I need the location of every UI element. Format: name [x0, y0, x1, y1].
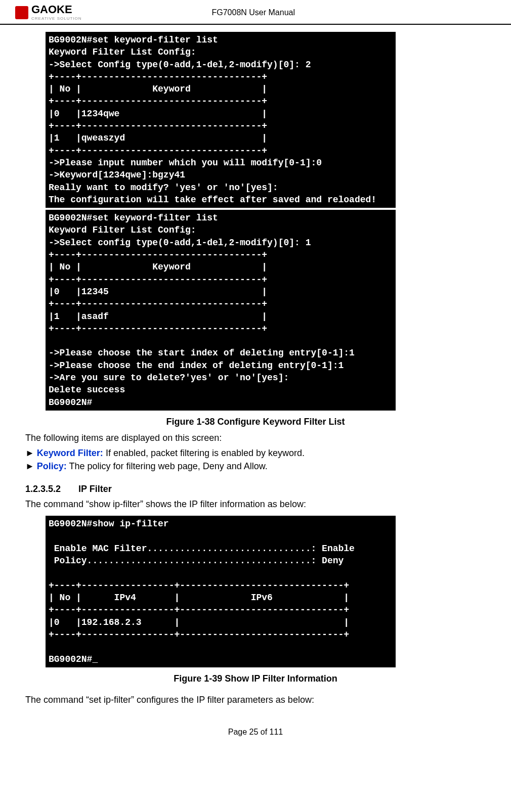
terminal-output-3: BG9002N#show ip-filter Enable MAC Filter…	[46, 516, 396, 667]
arrow-icon: ►	[25, 461, 34, 471]
page-content: BG9002N#set keyword-filter list Keyword …	[0, 25, 511, 718]
page-footer: Page 25 of 111	[0, 718, 511, 744]
arrow-icon: ►	[25, 448, 34, 458]
terminal-screenshot-2: BG9002N#set keyword-filter list Keyword …	[46, 210, 396, 411]
section-number: 1.2.3.5.2	[25, 484, 76, 494]
terminal-screenshot-3: BG9002N#show ip-filter Enable MAC Filter…	[46, 516, 396, 667]
body-text-2: The command “show ip-filter” shows the I…	[25, 498, 486, 511]
doc-title: FG7008N User Manual	[82, 8, 425, 17]
bullet-keyword-filter: ► Keyword Filter: If enabled, packet fil…	[25, 446, 486, 460]
bullet-desc: The policy for filtering web page, Deny …	[67, 461, 268, 471]
body-text-3: The command “set ip-filter” configures t…	[25, 693, 486, 706]
terminal-screenshot-1: BG9002N#set keyword-filter list Keyword …	[46, 32, 396, 208]
logo-mark-icon	[15, 6, 28, 19]
bullet-desc: If enabled, packet filtering is enabled …	[103, 448, 305, 458]
logo-text-wrap: GAOKE CREATIVE SOLUTION	[31, 4, 82, 21]
bullet-policy: ► Policy: The policy for filtering web p…	[25, 460, 486, 473]
bullet-label: Keyword Filter:	[37, 448, 103, 458]
figure-caption-2: Figure 1-39 Show IP Filter Information	[25, 673, 486, 684]
section-heading-ip-filter: 1.2.3.5.2 IP Filter	[25, 484, 486, 494]
figure-caption-1: Figure 1-38 Configure Keyword Filter Lis…	[25, 417, 486, 427]
section-title: IP Filter	[78, 484, 112, 494]
logo-subtext: CREATIVE SOLUTION	[31, 17, 82, 21]
terminal-output-1: BG9002N#set keyword-filter list Keyword …	[46, 32, 396, 208]
terminal-output-2: BG9002N#set keyword-filter list Keyword …	[46, 210, 396, 411]
logo-text: GAOKE	[31, 3, 72, 16]
body-text-1: The following items are displayed on thi…	[25, 431, 486, 444]
bullet-label: Policy:	[37, 461, 67, 471]
logo-block: GAOKE CREATIVE SOLUTION	[15, 4, 82, 21]
page-header: GAOKE CREATIVE SOLUTION FG7008N User Man…	[0, 0, 511, 25]
